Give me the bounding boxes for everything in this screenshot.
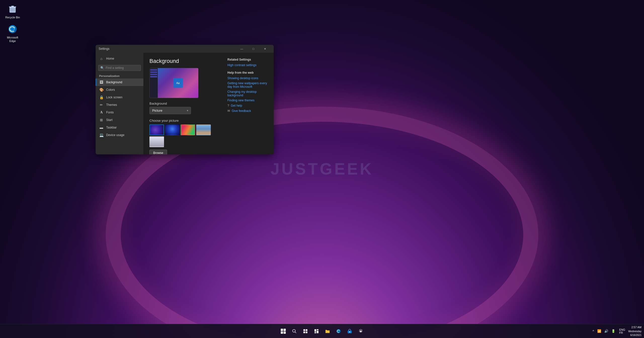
get-help-action[interactable]: ? Get help <box>227 104 268 107</box>
start-button[interactable] <box>278 326 288 336</box>
main-content: Background Aa <box>143 53 274 154</box>
clock[interactable]: 2:57 AM Wednesday6/16/2021 <box>628 325 641 337</box>
help-icon: ? <box>227 104 229 107</box>
tray-chevron-icon[interactable]: ^ <box>591 328 595 334</box>
window-controls: — □ ✕ <box>236 45 271 53</box>
taskbar-settings-button[interactable] <box>356 326 366 336</box>
sidebar-colors-label: Colors <box>106 88 115 92</box>
window-body: ⌂ Home 🔍 Personalization 🖼 Background 🎨 … <box>96 53 274 154</box>
taskbar-tray: ^ 📶 🔊 🔋 <box>591 328 616 334</box>
taskbar: ^ 📶 🔊 🔋 ENGFR 2:57 AM Wednesday6/16/2021 <box>0 324 644 338</box>
content-left: Background Aa <box>149 58 220 149</box>
window-title: Settings <box>99 47 109 51</box>
preview-sidebar <box>150 68 158 98</box>
page-title: Background <box>149 58 220 64</box>
widgets-button[interactable] <box>311 326 321 336</box>
svg-line-8 <box>295 332 296 333</box>
store-button[interactable] <box>345 326 355 336</box>
preview-tile: Aa <box>173 78 183 88</box>
sidebar-item-themes[interactable]: ✏ Themes <box>96 101 143 109</box>
picture-thumb-4[interactable] <box>196 124 211 135</box>
dropdown-arrow-icon: ▾ <box>187 109 188 112</box>
sidebar-themes-label: Themes <box>106 103 117 107</box>
svg-rect-11 <box>303 331 305 333</box>
related-settings-title: Related Settings <box>227 58 268 61</box>
background-preview: Aa <box>149 68 198 98</box>
give-feedback-link[interactable]: Give feedback <box>232 109 251 113</box>
taskbar-center <box>278 326 366 336</box>
desktop-icon-recycle-bin[interactable]: Recycle Bin <box>3 3 23 20</box>
sidebar-fonts-label: Fonts <box>106 111 114 114</box>
maximize-button[interactable]: □ <box>248 45 259 53</box>
svg-rect-10 <box>306 329 307 331</box>
high-contrast-link[interactable]: High contrast settings <box>227 63 268 67</box>
minimize-button[interactable]: — <box>236 45 248 53</box>
battery-icon[interactable]: 🔋 <box>610 328 616 334</box>
choose-picture-group: Choose your picture Browse <box>149 119 220 154</box>
svg-rect-2 <box>11 6 14 7</box>
picture-thumb-3[interactable] <box>181 124 195 135</box>
edge-icon <box>7 24 18 35</box>
preview-main: Aa <box>158 68 198 98</box>
feedback-icon: ✉ <box>227 109 230 113</box>
sidebar-item-start[interactable]: ⊞ Start <box>96 116 143 124</box>
search-input[interactable] <box>106 66 139 70</box>
time-display: 2:57 AM <box>628 325 641 329</box>
browse-button[interactable]: Browse <box>149 150 167 154</box>
finding-themes-link[interactable]: Finding new themes <box>227 99 268 102</box>
preview-sidebar-item <box>150 74 157 75</box>
start-icon: ⊞ <box>99 118 104 122</box>
showing-desktop-link[interactable]: Showing desktop icons <box>227 76 268 80</box>
colors-icon: 🎨 <box>99 88 104 92</box>
taskbar-icon: ▬ <box>99 125 104 130</box>
desktop-icon-edge[interactable]: Microsoft Edge <box>3 23 23 44</box>
help-web-title: Help from the web <box>227 71 268 74</box>
sidebar-item-colors[interactable]: 🎨 Colors <box>96 86 143 94</box>
sidebar-item-fonts[interactable]: A Fonts <box>96 109 143 116</box>
sidebar-search[interactable]: 🔍 <box>98 65 141 71</box>
picture-thumb-5[interactable] <box>149 136 164 147</box>
recycle-bin-icon <box>7 4 18 15</box>
sidebar-device-label: Device usage <box>106 133 125 137</box>
sidebar-item-taskbar[interactable]: ▬ Taskbar <box>96 124 143 131</box>
sidebar-section-label: Personalization <box>96 73 143 78</box>
svg-point-19 <box>349 331 350 332</box>
volume-icon[interactable]: 🔊 <box>603 328 609 334</box>
get-help-link[interactable]: Get help <box>231 104 242 107</box>
changing-background-link[interactable]: Changing my desktop background <box>227 90 268 97</box>
give-feedback-action[interactable]: ✉ Give feedback <box>227 109 268 113</box>
taskbar-edge-button[interactable] <box>334 326 344 336</box>
task-view-button[interactable] <box>300 326 310 336</box>
watermark: JUSTGEEK <box>271 160 374 178</box>
settings-window: Settings — □ ✕ ⌂ Home 🔍 Personalization <box>96 45 274 154</box>
svg-rect-15 <box>317 329 318 330</box>
sidebar-item-device-usage[interactable]: 💻 Device usage <box>96 131 143 139</box>
svg-rect-16 <box>314 332 316 333</box>
close-button[interactable]: ✕ <box>259 45 271 53</box>
sidebar-item-lock-screen[interactable]: 🔒 Lock screen <box>96 94 143 101</box>
background-dropdown-value: Picture <box>152 109 162 112</box>
new-wallpapers-link[interactable]: Getting new wallpapers every day from Mi… <box>227 81 268 89</box>
picture-grid <box>149 124 220 147</box>
background-form-label: Background <box>149 102 220 105</box>
network-icon[interactable]: 📶 <box>596 328 602 334</box>
preview-sidebar-item <box>150 69 157 71</box>
background-form-group: Background Picture ▾ <box>149 102 220 114</box>
taskbar-right: ^ 📶 🔊 🔋 ENGFR 2:57 AM Wednesday6/16/2021 <box>591 325 644 337</box>
edge-label: Microsoft Edge <box>4 36 22 43</box>
picture-thumb-1[interactable] <box>149 124 164 135</box>
sidebar-taskbar-label: Taskbar <box>106 126 117 129</box>
recycle-bin-label: Recycle Bin <box>5 16 20 19</box>
file-explorer-button[interactable] <box>323 326 333 336</box>
home-icon: ⌂ <box>99 57 104 61</box>
taskbar-search-button[interactable] <box>289 326 299 336</box>
window-titlebar: Settings — □ ✕ <box>96 45 274 53</box>
sidebar-item-background[interactable]: 🖼 Background <box>96 78 143 86</box>
sidebar-item-home[interactable]: ⌂ Home <box>96 55 143 62</box>
choose-picture-label: Choose your picture <box>149 119 220 122</box>
background-dropdown[interactable]: Picture ▾ <box>149 107 191 114</box>
svg-rect-14 <box>317 331 318 333</box>
picture-thumb-2[interactable] <box>165 124 180 135</box>
fonts-icon: A <box>99 110 104 114</box>
preview-sidebar-item <box>150 71 157 73</box>
